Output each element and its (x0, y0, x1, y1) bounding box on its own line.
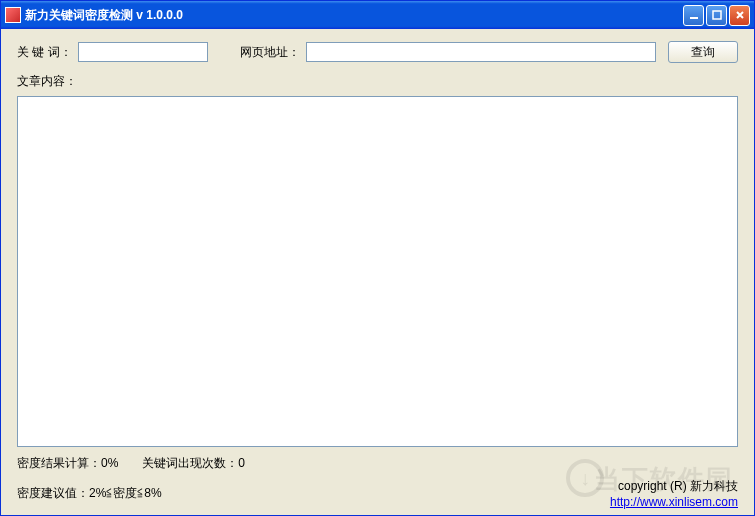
maximize-button[interactable] (706, 5, 727, 26)
keyword-label: 关 键 词： (17, 44, 72, 61)
density-result: 密度结果计算：0% (17, 455, 118, 472)
copyright-text: copyright (R) 新力科技 (618, 479, 738, 493)
copyright-block: copyright (R) 新力科技 http://www.xinlisem.c… (610, 478, 738, 509)
footer-row: 密度建议值：2%≦密度≦8% copyright (R) 新力科技 http:/… (17, 478, 738, 509)
query-button[interactable]: 查询 (668, 41, 738, 63)
window-title: 新力关键词密度检测 v 1.0.0.0 (25, 7, 683, 24)
svg-rect-1 (713, 11, 721, 19)
titlebar: 新力关键词密度检测 v 1.0.0.0 (1, 1, 754, 29)
keyword-count-value: 0 (238, 456, 245, 470)
content-label: 文章内容： (17, 74, 77, 88)
website-link[interactable]: http://www.xinlisem.com (610, 495, 738, 509)
url-label: 网页地址： (240, 44, 300, 61)
content-textarea[interactable] (17, 96, 738, 447)
input-row: 关 键 词： 网页地址： 查询 (17, 41, 738, 63)
status-row-1: 密度结果计算：0% 关键词出现次数：0 (17, 455, 738, 472)
keyword-count: 关键词出现次数：0 (142, 455, 245, 472)
url-input[interactable] (306, 42, 656, 62)
close-button[interactable] (729, 5, 750, 26)
recommend-label: 密度建议值： (17, 486, 89, 500)
content-label-row: 文章内容： (17, 73, 738, 90)
density-result-label: 密度结果计算： (17, 456, 101, 470)
keyword-input[interactable] (78, 42, 208, 62)
window-controls (683, 5, 750, 26)
textarea-wrap (17, 96, 738, 447)
svg-rect-0 (690, 17, 698, 19)
density-result-value: 0% (101, 456, 118, 470)
app-icon (5, 7, 21, 23)
content-area: 关 键 词： 网页地址： 查询 文章内容： 密度结果计算：0% 关键词出现次数：… (1, 29, 754, 515)
keyword-count-label: 关键词出现次数： (142, 456, 238, 470)
app-window: 新力关键词密度检测 v 1.0.0.0 关 键 词： 网页地址： 查询 文章内容… (0, 0, 755, 516)
minimize-button[interactable] (683, 5, 704, 26)
recommend-value: 2%≦密度≦8% (89, 486, 162, 500)
density-recommend: 密度建议值：2%≦密度≦8% (17, 485, 162, 502)
